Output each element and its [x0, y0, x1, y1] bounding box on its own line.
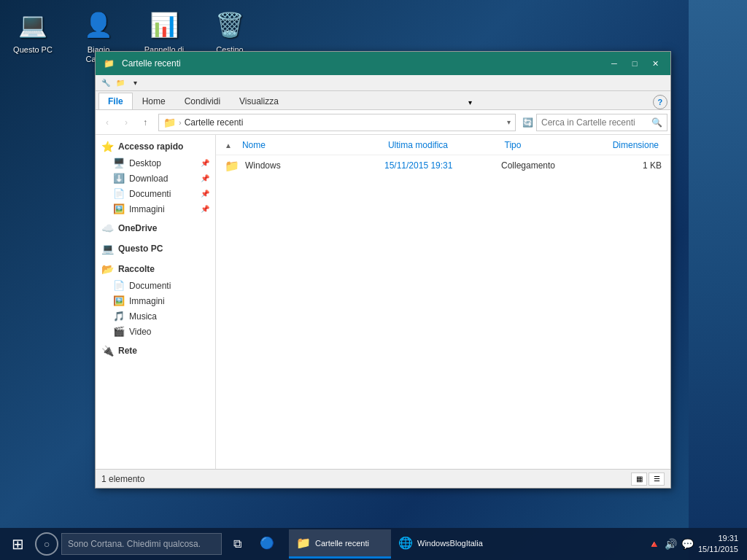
documenti-r-icon: 📄 — [113, 280, 125, 291]
address-bar-icon: 📁 — [163, 117, 176, 128]
musica-label: Musica — [129, 311, 157, 322]
sidebar-item-download[interactable]: ⬇️ Download 📌 — [96, 171, 215, 186]
start-button[interactable]: ⊞ — [3, 529, 32, 559]
edge-icon: 🔵 — [260, 536, 274, 550]
col-header-dimensione[interactable]: Dimensione — [589, 140, 662, 150]
address-bar[interactable]: 📁 › Cartelle recenti ▾ — [158, 114, 516, 131]
raccolte-icon: 📂 — [101, 263, 114, 275]
sidebar-item-raccolte[interactable]: 📂 Raccolte — [96, 260, 215, 278]
taskbar-explorer-label: Cartelle recenti — [315, 539, 369, 548]
title-bar-controls: ─ □ ✕ — [605, 56, 665, 71]
start-icon: ⊞ — [12, 535, 24, 553]
tab-home[interactable]: Home — [133, 93, 175, 109]
status-view-buttons: ▦ ☰ — [631, 472, 665, 486]
qa-dropdown-button[interactable]: ▾ — [128, 77, 142, 90]
column-headers: ▲ Nome Ultima modifica Tipo Dimensione — [216, 135, 670, 155]
download-sidebar-label: Download — [129, 174, 168, 184]
biagio-icon: 👤 — [81, 7, 116, 42]
help-button[interactable]: ? — [653, 95, 667, 109]
documenti-sidebar-label: Documenti — [129, 189, 171, 199]
address-dropdown-button[interactable]: ▾ — [507, 118, 511, 126]
status-count: 1 elemento — [101, 474, 631, 484]
pannello-icon: 📊 — [147, 7, 182, 42]
cortana-button[interactable]: ○ — [35, 532, 58, 556]
content-area: ⭐ Accesso rapido 🖥️ Desktop 📌 ⬇️ Downloa… — [96, 135, 670, 469]
sidebar: ⭐ Accesso rapido 🖥️ Desktop 📌 ⬇️ Downloa… — [96, 135, 216, 469]
close-button[interactable]: ✕ — [646, 56, 665, 71]
sidebar-item-questo-pc[interactable]: 💻 Questo PC — [96, 240, 215, 257]
tab-condividi[interactable]: Condividi — [175, 93, 230, 109]
tab-visualizza[interactable]: Visualizza — [230, 93, 288, 109]
col-header-nome[interactable]: Nome — [239, 140, 385, 150]
search-bar[interactable]: 🔍 — [536, 114, 667, 131]
view-list-button[interactable]: ☰ — [649, 472, 665, 486]
sidebar-item-onedrive[interactable]: ☁️ OneDrive — [96, 219, 215, 237]
file-size: 1 KB — [589, 160, 662, 171]
sidebar-item-desktop[interactable]: 🖥️ Desktop 📌 — [96, 155, 215, 171]
sidebar-item-accesso-rapido[interactable]: ⭐ Accesso rapido — [96, 138, 215, 155]
title-bar-title: Cartelle recenti — [122, 58, 605, 69]
cortana-search-text: Sono Cortana. Chiedimi qualcosa. — [68, 539, 201, 549]
col-header-tipo[interactable]: Tipo — [502, 140, 589, 150]
up-button[interactable]: ↑ — [136, 114, 154, 131]
tray-date-text: 15/11/2015 — [698, 544, 738, 555]
rete-label: Rete — [118, 346, 137, 356]
desktop-sidebar-label: Desktop — [129, 158, 161, 168]
documenti-r-label: Documenti — [129, 281, 171, 291]
qa-properties-button[interactable]: 🔧 — [98, 77, 113, 90]
quick-access-toolbar: 🔧 📁 ▾ — [96, 75, 670, 91]
col-header-ultima[interactable]: Ultima modifica — [385, 140, 502, 150]
sidebar-item-musica[interactable]: 🎵 Musica — [96, 308, 215, 324]
immagini-pin-icon: 📌 — [201, 205, 209, 213]
title-bar: 📁 Cartelle recenti ─ □ ✕ — [96, 52, 670, 75]
task-view-button[interactable]: ⧉ — [225, 532, 249, 556]
sidebar-item-immagini[interactable]: 🖼️ Immagini 📌 — [96, 201, 215, 217]
sidebar-item-rete[interactable]: 🔌 Rete — [96, 342, 215, 359]
tray-clock[interactable]: 19:31 15/11/2015 — [698, 533, 738, 556]
task-view-icon: ⧉ — [233, 537, 241, 551]
qa-new-folder-button[interactable]: 📁 — [113, 77, 128, 90]
onedrive-icon: ☁️ — [101, 222, 114, 234]
tray-time-text: 19:31 — [698, 533, 738, 544]
questo-pc-sidebar-icon: 💻 — [101, 243, 114, 254]
sidebar-item-immagini-r[interactable]: 🖼️ Immagini — [96, 293, 215, 308]
questo-pc-icon: 💻 — [15, 7, 50, 42]
desktop-sidebar-icon: 🖥️ — [113, 158, 125, 168]
file-name: Windows — [245, 160, 384, 171]
raccolte-label: Raccolte — [118, 264, 155, 274]
tray-network-icon[interactable]: 🔺 — [648, 538, 660, 550]
sidebar-item-documenti-r[interactable]: 📄 Documenti — [96, 278, 215, 293]
immagini-r-icon: 🖼️ — [113, 295, 125, 306]
video-icon: 🎬 — [113, 326, 125, 337]
maximize-button[interactable]: □ — [625, 56, 644, 71]
taskbar-edge-button[interactable]: 🔵 — [252, 529, 289, 559]
minimize-button[interactable]: ─ — [605, 56, 624, 71]
desktop-icon-questo-pc[interactable]: 💻 Questo PC — [7, 7, 58, 64]
search-input[interactable] — [541, 117, 651, 128]
taskbar-explorer-button[interactable]: 📁 Cartelle recenti — [289, 529, 391, 559]
table-row[interactable]: 📁 Windows 15/11/2015 19:31 Collegamento … — [216, 155, 670, 176]
cortana-search-box[interactable]: Sono Cortana. Chiedimi qualcosa. — [61, 533, 222, 555]
video-label: Video — [129, 327, 151, 337]
sort-arrow: ▲ — [225, 140, 236, 150]
documenti-sidebar-icon: 📄 — [113, 188, 125, 199]
taskbar: ⊞ ○ Sono Cortana. Chiedimi qualcosa. ⧉ 🔵… — [0, 528, 747, 560]
questo-pc-sidebar-label: Questo PC — [118, 244, 163, 254]
ribbon-expand-button[interactable]: ▾ — [463, 95, 478, 109]
taskbar-blog-button[interactable]: 🌐 WindowsBlogItalia — [391, 529, 522, 559]
desktop-pin-icon: 📌 — [201, 159, 209, 167]
tray-volume-icon[interactable]: 🔊 — [665, 538, 677, 550]
cestino-icon: 🗑️ — [212, 7, 247, 42]
sidebar-item-video[interactable]: 🎬 Video — [96, 324, 215, 339]
tab-file[interactable]: File — [98, 93, 133, 109]
sidebar-item-documenti[interactable]: 📄 Documenti 📌 — [96, 186, 215, 201]
refresh-button[interactable]: 🔄 — [520, 115, 535, 130]
questo-pc-label: Questo PC — [13, 45, 53, 55]
right-decor — [689, 0, 747, 560]
back-button[interactable]: ‹ — [98, 114, 116, 131]
tray-notification-icon[interactable]: 💬 — [681, 538, 694, 550]
forward-button[interactable]: › — [117, 114, 135, 131]
view-details-button[interactable]: ▦ — [631, 472, 647, 486]
musica-icon: 🎵 — [113, 311, 125, 322]
taskbar-explorer-icon: 📁 — [296, 536, 311, 550]
